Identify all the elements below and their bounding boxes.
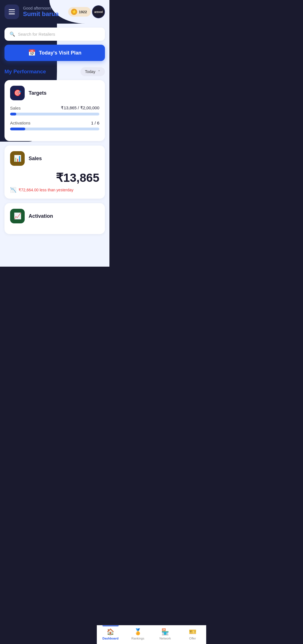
activation-card: 📈 Activation <box>4 203 105 234</box>
sales-change: 📉 ₹72,664.00 less than yesterday <box>10 187 99 193</box>
activations-progress-bar <box>10 128 99 130</box>
sales-metric-row: Sales ₹13,865 / ₹2,00,000 <box>10 105 99 110</box>
sales-progress-fill <box>10 113 16 115</box>
performance-title: My Performance <box>4 69 46 75</box>
sales-change-text: ₹72,664.00 less than yesterday <box>19 188 74 192</box>
avatar[interactable]: arzood <box>92 5 105 18</box>
visit-plan-label: Today's Visit Plan <box>39 50 82 56</box>
activation-card-header: 📈 Activation <box>10 209 99 223</box>
search-icon: 🔍 <box>10 31 15 37</box>
sales-amount: ₹13,865 <box>10 171 99 185</box>
points-value: 1922 <box>79 10 87 14</box>
sales-bar-icon: 📊 <box>10 151 25 166</box>
sales-value: ₹13,865 / ₹2,00,000 <box>61 105 99 110</box>
activation-title: Activation <box>29 213 53 219</box>
points-badge: ⭐ 1922 <box>68 7 91 17</box>
sales-card: 📊 Sales ₹13,865 📉 ₹72,664.00 less than y… <box>4 146 105 199</box>
search-bar[interactable]: 🔍 Search for Retailers <box>4 28 105 41</box>
avatar-text: arzood <box>94 10 103 13</box>
star-icon: ⭐ <box>71 9 77 15</box>
activation-icon: 📈 <box>10 209 25 223</box>
performance-header: My Performance Today ⌃ <box>4 67 105 76</box>
sales-card-title: Sales <box>29 156 42 162</box>
greeting-text: Good afternoon! <box>23 6 64 10</box>
calendar-icon: 📅 <box>28 49 36 56</box>
visit-plan-button[interactable]: 📅 Today's Visit Plan <box>4 45 105 61</box>
username: Sumit barua <box>23 10 64 18</box>
sales-card-header: 📊 Sales <box>10 151 99 166</box>
activations-label: Activations <box>10 121 31 125</box>
targets-title: Targets <box>29 90 47 96</box>
targets-card: 🎯 Targets Sales ₹13,865 / ₹2,00,000 Acti… <box>4 80 105 141</box>
sales-label: Sales <box>10 106 21 110</box>
targets-icon: 🎯 <box>10 86 25 100</box>
down-arrow-icon: 📉 <box>10 187 16 193</box>
targets-card-header: 🎯 Targets <box>10 86 99 100</box>
period-label: Today <box>85 69 95 74</box>
search-input[interactable]: Search for Retailers <box>18 32 100 37</box>
period-selector[interactable]: Today ⌃ <box>81 67 105 76</box>
activations-metric-row: Activations 1 / 6 <box>10 121 99 125</box>
activations-value: 1 / 6 <box>91 121 99 125</box>
chevron-down-icon: ⌃ <box>98 70 100 74</box>
sales-progress-bar <box>10 113 99 115</box>
activations-progress-fill <box>10 128 25 130</box>
menu-button[interactable] <box>4 4 19 19</box>
